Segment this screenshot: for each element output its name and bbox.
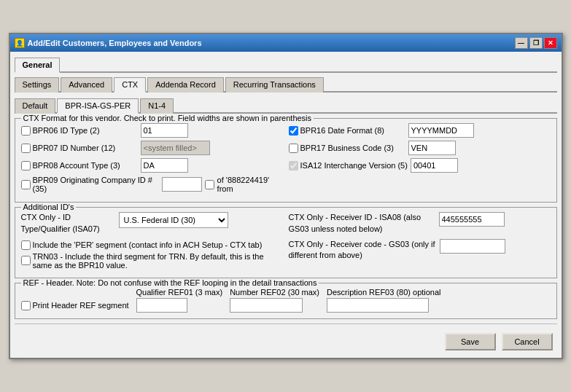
bpr07-label: BPR07 ID Number (12) (21, 144, 138, 153)
bpr06-text: BPR06 ID Type (2) (33, 126, 100, 135)
restore-button[interactable]: ❐ (529, 37, 543, 49)
additional-ids-layout: CTX Only - ID Type/Qualifier (ISA07) U.S… (21, 212, 551, 272)
ctx-id-line1: CTX Only - ID (21, 213, 71, 222)
per-segment-row: Include the 'PER' segment (contact info … (21, 240, 283, 250)
isa12-text: ISA12 Interchange Version (5) (300, 161, 408, 170)
isa12-input[interactable] (411, 158, 458, 173)
bpr06-row: BPR06 ID Type (2) (21, 123, 283, 138)
ctx-id-row: CTX Only - ID Type/Qualifier (ISA07) U.S… (21, 212, 283, 235)
description-input[interactable] (327, 298, 429, 313)
bpr16-row: BPR16 Date Format (8) (289, 123, 551, 138)
bpr17-input[interactable] (408, 141, 456, 155)
tab-default[interactable]: Default (15, 98, 56, 114)
tab-recurring[interactable]: Recurring Transactions (225, 77, 324, 93)
bpr08-checkbox[interactable] (21, 161, 31, 170)
ctx-format-group: CTX Format for this vendor. Check to pri… (15, 118, 557, 203)
bpr16-input[interactable] (408, 123, 474, 138)
ctx-format-label: CTX Format for this vendor. Check to pri… (21, 114, 314, 122)
receiver-code-label-block: CTX Only - Receiver code - GS03 (only if… (289, 239, 435, 262)
isa12-row: ISA12 Interchange Version (5) (289, 158, 551, 173)
ctx-id-line2: Type/Qualifier (ISA07) (21, 224, 100, 233)
per-segment-label: Include the 'PER' segment (contact info … (33, 240, 263, 249)
receiver-id-input[interactable] (439, 212, 505, 227)
save-button[interactable]: Save (445, 333, 496, 350)
bpr07-text: BPR07 ID Number (12) (33, 144, 116, 152)
ctx-id-label-block: CTX Only - ID Type/Qualifier (ISA07) (21, 212, 116, 235)
tab-bpr-isa[interactable]: BPR-ISA-GS-PER (57, 98, 139, 114)
receiver-code-row: CTX Only - Receiver code - GS03 (only if… (289, 239, 551, 262)
bpr16-text: BPR16 Date Format (8) (300, 126, 385, 135)
receiver-id-line1: CTX Only - Receiver ID - ISA08 (also (289, 213, 422, 222)
receiver-code-input[interactable] (440, 239, 505, 254)
isa12-label: ISA12 Interchange Version (5) (289, 161, 408, 170)
print-ref-label: Print Header REF segment (21, 301, 129, 310)
qualifier-field: Qualifier REF01 (3 max) (136, 288, 223, 313)
bpr16-checkbox[interactable] (289, 126, 298, 136)
bpr07-checkbox[interactable] (21, 144, 31, 153)
tab-ctx[interactable]: CTX (114, 77, 146, 93)
bpr07-input[interactable] (141, 141, 210, 155)
additional-ids-label: Additional ID's (21, 203, 77, 211)
sub-tab-row: Settings Advanced CTX Addenda Record Rec… (15, 76, 557, 93)
ref-group: REF - Header. Note: Do not confuse with … (15, 283, 557, 319)
bpr09-of-text: of '888224419' from (217, 176, 283, 193)
title-bar-left: 👤 Add/Edit Customers, Employees and Vend… (15, 38, 202, 48)
tab-n1-4[interactable]: N1-4 (140, 98, 174, 114)
bpr09-of-checkbox[interactable] (205, 180, 214, 189)
trn03-row: TRN03 - Include the third segment for TR… (21, 252, 283, 270)
bpr06-input[interactable] (141, 123, 188, 138)
receiver-code-line2: different from above) (289, 251, 362, 259)
description-label: Description REF03 (80) optional (327, 288, 441, 297)
bpr09-row: BPR09 Originating Company ID # (35) of '… (21, 176, 283, 193)
bpr09-text: BPR09 Originating Company ID # (35) (33, 176, 159, 193)
receiver-id-row: CTX Only - Receiver ID - ISA08 (also GS0… (289, 212, 551, 235)
receiver-id-line2: GS03 unless noted below) (289, 224, 383, 233)
bpr06-label: BPR06 ID Type (2) (21, 126, 138, 136)
additional-left: CTX Only - ID Type/Qualifier (ISA07) U.S… (21, 212, 283, 272)
receiver-id-label-block: CTX Only - Receiver ID - ISA08 (also GS0… (289, 212, 435, 235)
number-label: Number REF02 (30 max) (230, 288, 319, 297)
ctx-fields-layout: BPR06 ID Type (2) BPR07 ID Number (12) (21, 123, 551, 196)
title-bar-controls: — ❐ ✕ (515, 37, 557, 49)
main-window: 👤 Add/Edit Customers, Employees and Vend… (9, 33, 563, 359)
bpr17-row: BPR17 Business Code (3) (289, 141, 551, 155)
tab-settings[interactable]: Settings (15, 77, 60, 93)
bpr08-label: BPR08 Account Type (3) (21, 161, 138, 170)
bpr09-input[interactable] (162, 177, 202, 192)
cancel-button[interactable]: Cancel (502, 333, 553, 350)
bpr17-text: BPR17 Business Code (3) (300, 144, 394, 152)
qualifier-input[interactable] (136, 298, 187, 313)
isa12-checkbox[interactable] (289, 161, 298, 170)
close-button[interactable]: ✕ (544, 37, 557, 49)
tab-addenda[interactable]: Addenda Record (147, 77, 224, 93)
app-icon: 👤 (15, 38, 25, 48)
main-tab-row: General (15, 56, 557, 73)
print-ref-text: Print Header REF segment (33, 301, 129, 310)
bpr08-input[interactable] (141, 158, 188, 173)
per-segment-checkbox[interactable] (21, 240, 31, 250)
button-row: Save Cancel (15, 327, 557, 353)
qualifier-label: Qualifier REF01 (3 max) (136, 288, 223, 297)
tab-advanced[interactable]: Advanced (61, 77, 112, 93)
additional-right: CTX Only - Receiver ID - ISA08 (also GS0… (289, 212, 551, 272)
ref-fields-row: Print Header REF segment Qualifier REF01… (21, 288, 551, 313)
ctx-id-select[interactable]: U.S. Federal ID (30) EIN (01) SSN (34) (119, 212, 228, 228)
separator (15, 324, 557, 324)
trn03-label: TRN03 - Include the third segment for TR… (33, 252, 283, 270)
ctx-left-col: BPR06 ID Type (2) BPR07 ID Number (12) (21, 123, 283, 196)
bpr17-checkbox[interactable] (289, 144, 298, 153)
bpr09-checkbox[interactable] (21, 180, 31, 189)
trn03-checkbox[interactable] (21, 256, 31, 265)
number-input[interactable] (230, 298, 303, 313)
tab-general[interactable]: General (15, 58, 61, 73)
ctx-right-col: BPR16 Date Format (8) BPR17 Business Cod… (289, 123, 551, 196)
bpr06-checkbox[interactable] (21, 126, 31, 136)
print-ref-checkbox[interactable] (21, 301, 31, 310)
print-ref-check: Print Header REF segment (21, 301, 129, 313)
ctx-tab-row: Default BPR-ISA-GS-PER N1-4 (15, 97, 557, 114)
bpr17-label: BPR17 Business Code (3) (289, 144, 405, 153)
window-body: General Settings Advanced CTX Addenda Re… (10, 52, 562, 358)
bpr16-label: BPR16 Date Format (8) (289, 126, 405, 136)
ref-group-label: REF - Header. Note: Do not confuse with … (21, 278, 319, 287)
minimize-button[interactable]: — (515, 37, 528, 49)
